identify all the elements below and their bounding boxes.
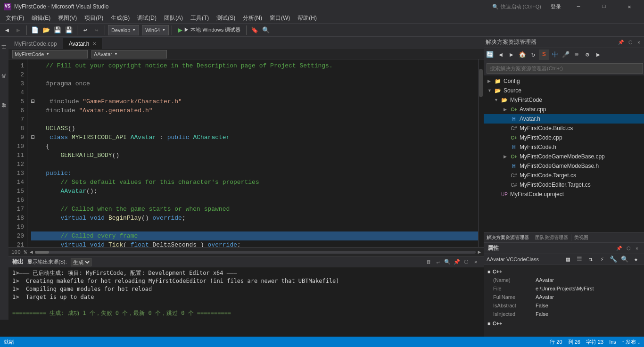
bookmark-icon[interactable]: 🔖 (249, 25, 260, 35)
method-nav-arrow: ▼ (114, 52, 118, 56)
tree-item-config[interactable]: ▶ 📁 Config (484, 76, 644, 86)
tab-avatar-h-close[interactable]: ✕ (92, 41, 96, 46)
tree-item-myfirstcode-folder[interactable]: ▼ 📂 MyFirstCode (484, 95, 644, 105)
class-nav-dropdown[interactable]: MyFirstCode ▼ (12, 50, 88, 58)
output-dock-icon[interactable]: 📌 (453, 258, 461, 266)
platform-dropdown[interactable]: Win64 ▼ (142, 25, 169, 35)
menu-edit[interactable]: 编辑(E) (28, 13, 54, 23)
menu-help[interactable]: 帮助(H) (294, 13, 321, 23)
sol-sync-icon[interactable]: 🔄 (485, 50, 495, 60)
sol-tab-explorer[interactable]: 解决方案资源管理器 (484, 234, 532, 241)
undo-icon[interactable]: ↩ (80, 25, 91, 35)
sol-keyboard-icon[interactable]: ⌨ (571, 50, 582, 60)
sol-tab-team[interactable]: 团队资源管理器 (532, 234, 571, 241)
restore-button[interactable]: □ (593, 0, 615, 13)
back-button[interactable]: ◀ (2, 25, 12, 35)
sol-s-icon[interactable]: S (539, 50, 549, 60)
props-close-button[interactable]: ✕ (634, 245, 640, 252)
code-line-15: AAvatar(); (31, 187, 478, 196)
redo-icon[interactable]: ↪ (91, 25, 102, 35)
play-button[interactable]: ▶ ▶ 本地 Windows 调试器 (175, 25, 243, 35)
sol-close-button[interactable]: ✕ (636, 39, 642, 46)
sol-pin-button[interactable]: 📌 (616, 39, 626, 46)
tree-item-avatar-cpp[interactable]: ▶ C+ Avatar.cpp (484, 105, 644, 114)
sol-float-button[interactable]: ⬡ (627, 39, 635, 46)
props-grid-icon[interactable]: ▦ (563, 254, 573, 264)
menu-test[interactable]: 测试(S) (213, 13, 239, 23)
props-float-button[interactable]: ⬡ (625, 245, 633, 252)
open-file-icon[interactable]: 📂 (41, 25, 51, 35)
new-file-icon[interactable]: 📄 (30, 25, 40, 35)
tree-item-myfirstcode-cpp[interactable]: C+ MyFirstCode.cpp (484, 133, 644, 142)
code-text[interactable]: // Fill out your copyright notice in the… (27, 59, 478, 247)
zoom-plus[interactable]: ▶ (478, 249, 481, 255)
left-tab-1[interactable]: 工 (0, 39, 8, 67)
props-section-cpp2-header[interactable]: ■ C++ (487, 319, 640, 328)
config-dropdown[interactable]: Develop ▼ (108, 25, 139, 35)
tree-item-build-cs[interactable]: C# MyFirstCode.Build.cs (484, 124, 644, 133)
output-content: 1>——— 已启动生成: 项目: MyFirstCode, 配置: Develo… (8, 267, 484, 337)
props-list-icon[interactable]: ☰ (574, 254, 585, 264)
menu-build[interactable]: 生成(B) (107, 13, 133, 23)
tree-item-avatar-h[interactable]: H Avatar.h (484, 114, 644, 124)
editor-scrollbar-thumb[interactable] (479, 69, 483, 97)
tree-item-myfirstcode-h[interactable]: H MyFirstCode.h (484, 142, 644, 152)
sol-back-icon[interactable]: ◀ (495, 50, 506, 60)
menu-window[interactable]: 窗口(W) (266, 13, 294, 23)
menu-analyze[interactable]: 分析(N) (239, 13, 266, 23)
sol-home-icon[interactable]: 🏠 (517, 50, 528, 60)
props-pin-button[interactable]: 📌 (614, 245, 624, 252)
tab-avatar-h[interactable]: Avatar.h ✕ (63, 38, 102, 49)
close-button[interactable]: ✕ (619, 0, 640, 13)
tree-item-target-cs[interactable]: C# MyFirstCode.Target.cs (484, 171, 644, 180)
forward-button[interactable]: ▶ (13, 25, 24, 35)
left-tab-2[interactable]: 具 (0, 68, 8, 96)
quick-launch[interactable]: 🔍 快速启动 (Ctrl+Q) (489, 2, 544, 11)
props-prop-icon[interactable]: 🔧 (608, 254, 619, 264)
tree-item-gamemodebase-cpp[interactable]: ▶ C+ MyFirstCodeGameModeBase.cpp (484, 152, 644, 161)
output-source-select[interactable]: 生成 (71, 258, 91, 266)
sol-extra-icon[interactable]: ▶ (593, 50, 603, 60)
props-sort-icon[interactable]: ⇅ (586, 254, 596, 264)
tree-item-uproject[interactable]: UP MyFirstCode.uproject (484, 190, 644, 199)
editor-scrollbar[interactable] (478, 59, 484, 247)
tree-item-source[interactable]: ▼ 📂 Source (484, 86, 644, 95)
props-section-cpp-header[interactable]: ■ C++ (487, 267, 640, 276)
menu-debug[interactable]: 调试(D) (133, 13, 160, 23)
menu-team[interactable]: 团队(A) (160, 13, 187, 23)
sol-refresh-icon[interactable]: ↻ (528, 50, 538, 60)
menu-tools[interactable]: 工具(T) (187, 13, 213, 23)
left-sidebar: 工 具 箱 (0, 37, 8, 320)
zoom-minus[interactable]: ◀ (30, 249, 33, 255)
search-icon[interactable]: 🔍 (261, 25, 271, 35)
output-float-icon[interactable]: ⬡ (462, 258, 471, 266)
save-all-icon[interactable]: 💾 (64, 25, 74, 35)
output-close-icon[interactable]: ✕ (471, 258, 480, 266)
tree-item-editor-target-cs[interactable]: C# MyFirstCodeEditor.Target.cs (484, 180, 644, 190)
left-tab-3[interactable]: 箱 (0, 97, 8, 125)
tab-myfirstcode-cpp[interactable]: MyFirstCode.cpp (8, 38, 63, 49)
sol-search-input[interactable] (487, 63, 643, 74)
method-nav-dropdown[interactable]: AAvatar ▼ (91, 50, 167, 58)
scroll-bar[interactable] (35, 251, 476, 254)
props-event-icon[interactable]: ⚡ (597, 254, 607, 264)
sol-zh-icon[interactable]: 中 (550, 50, 560, 60)
menu-file[interactable]: 文件(F) (2, 13, 28, 23)
output-clear-icon[interactable]: 🗑 (424, 258, 433, 266)
tree-item-gamemodebase-h[interactable]: H MyFirstCodeGameModeBase.h (484, 161, 644, 171)
menu-view[interactable]: 视图(V) (54, 13, 81, 23)
sol-mic-icon[interactable]: 🎤 (561, 50, 571, 60)
props-search-icon[interactable]: 🔍 (619, 254, 630, 264)
minimize-button[interactable]: ─ (568, 0, 589, 13)
sol-forward-icon[interactable]: ▶ (506, 50, 517, 60)
props-star-icon[interactable]: ★ (631, 254, 641, 264)
output-find-icon[interactable]: 🔍 (443, 258, 452, 266)
output-word-wrap-icon[interactable]: ↵ (434, 258, 442, 266)
status-right: 行 20 列 26 字符 23 Ins ↑ 发布 ↓ (550, 339, 640, 346)
menu-project[interactable]: 项目(P) (81, 13, 107, 23)
line-numbers: 1 2 3 4 5 6 7 8 9 10 11 12 13 14 15 16 1… (8, 59, 27, 247)
signin-button[interactable]: 登录 (548, 2, 564, 11)
sol-settings-icon[interactable]: ⚙ (582, 50, 593, 60)
save-icon[interactable]: 💾 (52, 25, 63, 35)
sol-tab-classview[interactable]: 类视图 (571, 234, 591, 241)
